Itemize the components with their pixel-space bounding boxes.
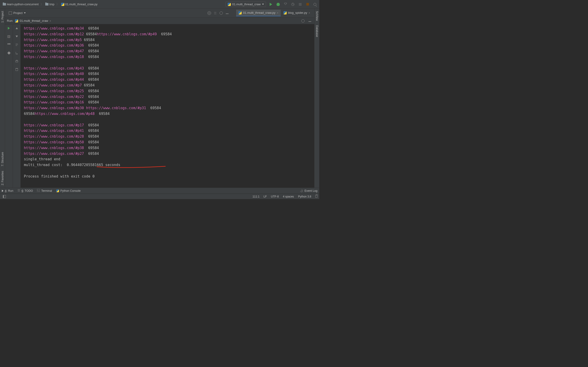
scroll-down-button[interactable]: [14, 34, 19, 39]
layout-button[interactable]: [6, 42, 11, 47]
run-button[interactable]: [268, 2, 273, 7]
console-text: [84, 129, 88, 133]
console-link[interactable]: https://www.cnblogs.com/#p27: [24, 152, 84, 156]
project-toolbar: Project 01.multi_thread_craw.py×blog_spi…: [5, 9, 314, 17]
console-link[interactable]: https://www.cnblogs.com/#p16: [24, 100, 84, 104]
console-link[interactable]: https://www.cnblogs.com/#p43: [24, 66, 84, 70]
run-prefix: Run:: [7, 19, 13, 23]
bottom-tab-todo[interactable]: 6: TODO: [17, 189, 33, 192]
bottom-tab-terminal[interactable]: Terminal: [37, 189, 52, 192]
console-text: single_thread end: [24, 157, 61, 161]
console-text: [84, 77, 88, 82]
tab-label: 01.multi_thread_craw.py: [243, 11, 275, 15]
bug-icon: [277, 3, 280, 6]
console-link[interactable]: https://www.cnblogs.com/#p38: [24, 146, 84, 150]
console-link[interactable]: https://www.cnblogs.com/#p18: [24, 55, 84, 59]
select-opened-file-button[interactable]: [207, 10, 212, 16]
editor-tab[interactable]: 01.multi_thread_craw.py×: [236, 10, 280, 16]
console-link[interactable]: https://www.cnblogs.com/#p12: [24, 32, 84, 36]
console-link[interactable]: https://www.cnblogs.com/#p5: [24, 38, 82, 42]
console-link[interactable]: https://www.cnblogs.com/#p47: [24, 49, 84, 53]
run-console-area: https://www.cnblogs.com/#p34 69584 https…: [5, 24, 314, 188]
svg-rect-5: [37, 189, 40, 192]
console-link[interactable]: https://www.cnblogs.com/#p41: [24, 129, 84, 133]
breadcrumb-item[interactable]: tmp: [44, 2, 55, 6]
breadcrumb-item[interactable]: learn-python-concurrent: [2, 2, 40, 6]
console-text: [157, 32, 161, 36]
concurrency-button[interactable]: [298, 2, 303, 7]
rerun-button[interactable]: [6, 26, 11, 31]
tool-window-tab[interactable]: SciView: [315, 9, 319, 23]
console-text: 69584: [84, 32, 97, 36]
console-link[interactable]: https://www.cnblogs.com/#p48: [35, 112, 95, 116]
bottom-tab-run[interactable]: 4: Run: [2, 189, 13, 192]
console-link[interactable]: https://www.cnblogs.com/#p44: [24, 77, 84, 82]
caret-position[interactable]: 111:1: [253, 195, 259, 198]
event-log-button[interactable]: Event Log: [300, 189, 317, 192]
console-link[interactable]: https://www.cnblogs.com/#p40: [24, 72, 84, 76]
bottom-tab-pythonconsole[interactable]: Python Console: [56, 189, 81, 192]
python-icon: [61, 3, 64, 6]
tab-label: blog_spider.py: [288, 11, 307, 15]
indent-setting[interactable]: 4 spaces: [283, 195, 294, 198]
stop-button[interactable]: [305, 2, 310, 7]
hide-button[interactable]: [225, 10, 230, 16]
python-icon: [238, 11, 242, 15]
console-link[interactable]: https://www.cnblogs.com/#p49: [97, 32, 157, 36]
minus-icon: [309, 21, 311, 22]
scroll-up-button[interactable]: [14, 26, 19, 31]
clear-button[interactable]: [14, 67, 19, 72]
chevron-down-icon: [262, 4, 264, 5]
run-config-selector[interactable]: 01.multi_thread_craw: [225, 2, 266, 7]
console-link[interactable]: https://www.cnblogs.com/#p7: [24, 83, 82, 87]
tool-window-tab[interactable]: 7: Structure: [0, 150, 5, 169]
breadcrumb-item[interactable]: 01.multi_thread_craw.py: [60, 2, 99, 6]
profile-button[interactable]: [290, 2, 295, 7]
search-button[interactable]: [312, 2, 317, 7]
coverage-button[interactable]: [283, 2, 288, 7]
run-hide-button[interactable]: [307, 18, 312, 23]
svg-rect-2: [9, 43, 10, 44]
arrow-up-icon: [16, 27, 18, 29]
debug-button[interactable]: [276, 2, 281, 7]
stop-button-side[interactable]: [6, 34, 11, 39]
console-link[interactable]: https://www.cnblogs.com/#p36: [24, 43, 84, 48]
console-link[interactable]: https://www.cnblogs.com/#p50: [24, 140, 84, 144]
settings-button[interactable]: [219, 10, 224, 16]
profile-icon: [291, 2, 295, 6]
close-icon[interactable]: ×: [277, 11, 278, 14]
console-link[interactable]: https://www.cnblogs.com/#p17: [24, 123, 84, 127]
editor-tab[interactable]: blog_spider.py×: [281, 10, 312, 16]
soft-wrap-button[interactable]: [14, 42, 19, 47]
tool-window-tab[interactable]: 2: Favorites: [0, 169, 5, 188]
print-button[interactable]: [14, 59, 19, 64]
chevron-right-icon: 〉: [56, 2, 59, 6]
console-link[interactable]: https://www.cnblogs.com/#p28: [24, 134, 84, 139]
tool-window-tab[interactable]: 1: Project: [0, 9, 5, 25]
console-text: [84, 95, 88, 99]
console-text: [84, 89, 88, 93]
project-view-selector[interactable]: Project: [7, 10, 27, 15]
lock-icon[interactable]: [315, 195, 317, 198]
console-link[interactable]: https://www.cnblogs.com/#p31: [86, 106, 146, 110]
run-title[interactable]: 01.multi_thread_craw ×: [15, 19, 51, 23]
console-link[interactable]: https://www.cnblogs.com/#p22: [24, 95, 84, 99]
tool-windows-button[interactable]: [2, 194, 7, 199]
close-icon[interactable]: ×: [309, 11, 310, 14]
run-settings-button[interactable]: [300, 18, 305, 23]
console-link[interactable]: https://www.cnblogs.com/#p30: [24, 106, 84, 110]
console-link[interactable]: https://www.cnblogs.com/#p25: [24, 89, 84, 93]
file-encoding[interactable]: UTF-8: [271, 195, 279, 198]
line-separator[interactable]: LF: [264, 195, 267, 198]
console-text: 69584: [88, 95, 99, 99]
console-output[interactable]: https://www.cnblogs.com/#p34 69584 https…: [21, 24, 314, 188]
scroll-to-end-button[interactable]: [14, 50, 19, 56]
breadcrumb-label: 01.multi_thread_craw.py: [65, 2, 98, 6]
console-text: 69584: [88, 89, 99, 93]
python-sdk[interactable]: Python 3.8: [298, 195, 311, 198]
tool-window-tab[interactable]: Database: [315, 23, 319, 39]
pin-button[interactable]: [6, 50, 11, 56]
close-icon[interactable]: ×: [50, 19, 51, 22]
collapse-all-button[interactable]: [213, 10, 218, 16]
console-link[interactable]: https://www.cnblogs.com/#p34: [24, 26, 84, 31]
